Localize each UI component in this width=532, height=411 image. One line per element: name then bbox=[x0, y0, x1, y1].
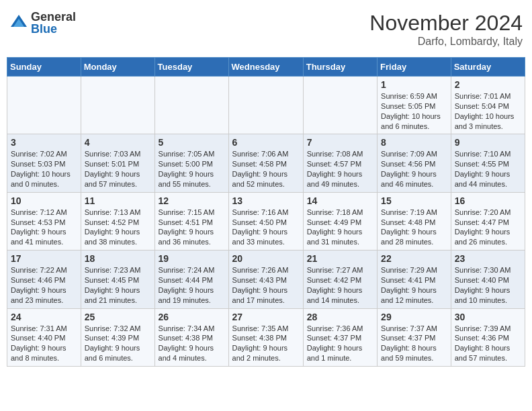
day-info: Sunrise: 7:15 AM Sunset: 4:51 PM Dayligh… bbox=[159, 208, 215, 246]
day-number: 24 bbox=[11, 312, 77, 322]
weekday-header-thursday: Thursday bbox=[303, 58, 377, 77]
day-info: Sunrise: 7:39 AM Sunset: 4:36 PM Dayligh… bbox=[455, 324, 511, 363]
title-area: November 2024 Darfo, Lombardy, Italy bbox=[369, 11, 523, 48]
day-info: Sunrise: 7:05 AM Sunset: 5:00 PM Dayligh… bbox=[159, 150, 215, 188]
day-number: 29 bbox=[381, 312, 447, 322]
day-number: 27 bbox=[232, 312, 300, 322]
calendar-cell: 5Sunrise: 7:05 AM Sunset: 5:00 PM Daylig… bbox=[154, 134, 228, 192]
calendar-cell: 30Sunrise: 7:39 AM Sunset: 4:36 PM Dayli… bbox=[451, 308, 525, 366]
day-number: 23 bbox=[455, 253, 521, 264]
day-number: 15 bbox=[381, 195, 447, 206]
calendar-cell: 14Sunrise: 7:18 AM Sunset: 4:49 PM Dayli… bbox=[303, 192, 377, 250]
day-info: Sunrise: 7:34 AM Sunset: 4:38 PM Dayligh… bbox=[159, 324, 215, 363]
calendar-week-5: 24Sunrise: 7:31 AM Sunset: 4:40 PM Dayli… bbox=[7, 308, 525, 366]
weekday-header-wednesday: Wednesday bbox=[228, 58, 303, 77]
day-number: 7 bbox=[307, 137, 373, 148]
day-number: 25 bbox=[85, 312, 151, 322]
calendar-cell: 18Sunrise: 7:23 AM Sunset: 4:45 PM Dayli… bbox=[81, 250, 154, 308]
day-info: Sunrise: 7:30 AM Sunset: 4:40 PM Dayligh… bbox=[455, 266, 511, 304]
day-info: Sunrise: 7:01 AM Sunset: 5:04 PM Dayligh… bbox=[455, 92, 515, 130]
calendar-cell: 9Sunrise: 7:10 AM Sunset: 4:55 PM Daylig… bbox=[451, 134, 525, 192]
day-number: 28 bbox=[307, 312, 373, 322]
day-number: 22 bbox=[381, 253, 447, 264]
day-info: Sunrise: 7:16 AM Sunset: 4:50 PM Dayligh… bbox=[232, 208, 289, 246]
day-info: Sunrise: 7:27 AM Sunset: 4:42 PM Dayligh… bbox=[307, 266, 363, 304]
day-info: Sunrise: 7:12 AM Sunset: 4:53 PM Dayligh… bbox=[11, 208, 67, 246]
day-number: 8 bbox=[381, 137, 447, 148]
day-number: 21 bbox=[307, 253, 373, 264]
calendar-table: SundayMondayTuesdayWednesdayThursdayFrid… bbox=[7, 57, 525, 367]
logo-general: General bbox=[31, 11, 76, 23]
day-number: 30 bbox=[455, 312, 521, 322]
day-number: 6 bbox=[232, 137, 300, 148]
weekday-header-sunday: Sunday bbox=[7, 58, 81, 77]
weekday-header-friday: Friday bbox=[378, 58, 451, 77]
logo-icon bbox=[9, 13, 28, 32]
day-info: Sunrise: 7:18 AM Sunset: 4:49 PM Dayligh… bbox=[307, 208, 363, 246]
calendar-header: SundayMondayTuesdayWednesdayThursdayFrid… bbox=[7, 58, 525, 77]
day-number: 18 bbox=[85, 253, 151, 264]
weekday-row: SundayMondayTuesdayWednesdayThursdayFrid… bbox=[7, 58, 525, 77]
day-number: 13 bbox=[232, 195, 300, 206]
day-info: Sunrise: 7:09 AM Sunset: 4:56 PM Dayligh… bbox=[381, 150, 437, 188]
calendar-cell: 4Sunrise: 7:03 AM Sunset: 5:01 PM Daylig… bbox=[81, 134, 154, 192]
calendar-cell: 11Sunrise: 7:13 AM Sunset: 4:52 PM Dayli… bbox=[81, 192, 154, 250]
calendar-cell: 6Sunrise: 7:06 AM Sunset: 4:58 PM Daylig… bbox=[228, 134, 303, 192]
calendar-cell: 15Sunrise: 7:19 AM Sunset: 4:48 PM Dayli… bbox=[378, 192, 451, 250]
day-number: 3 bbox=[11, 137, 77, 148]
day-number: 9 bbox=[455, 137, 521, 148]
day-info: Sunrise: 7:26 AM Sunset: 4:43 PM Dayligh… bbox=[232, 266, 289, 304]
location: Darfo, Lombardy, Italy bbox=[369, 36, 523, 48]
day-info: Sunrise: 7:19 AM Sunset: 4:48 PM Dayligh… bbox=[381, 208, 437, 246]
calendar-cell: 3Sunrise: 7:02 AM Sunset: 5:03 PM Daylig… bbox=[7, 134, 81, 192]
calendar-cell bbox=[7, 77, 81, 134]
calendar-cell: 13Sunrise: 7:16 AM Sunset: 4:50 PM Dayli… bbox=[228, 192, 303, 250]
calendar-cell: 26Sunrise: 7:34 AM Sunset: 4:38 PM Dayli… bbox=[154, 308, 228, 366]
calendar-cell: 16Sunrise: 7:20 AM Sunset: 4:47 PM Dayli… bbox=[451, 192, 525, 250]
day-number: 5 bbox=[159, 137, 225, 148]
day-info: Sunrise: 7:06 AM Sunset: 4:58 PM Dayligh… bbox=[232, 150, 289, 188]
logo: General Blue bbox=[9, 11, 76, 35]
calendar-week-1: 1Sunrise: 6:59 AM Sunset: 5:05 PM Daylig… bbox=[7, 77, 525, 134]
calendar-cell: 24Sunrise: 7:31 AM Sunset: 4:40 PM Dayli… bbox=[7, 308, 81, 366]
logo-blue: Blue bbox=[31, 23, 76, 35]
calendar-body: 1Sunrise: 6:59 AM Sunset: 5:05 PM Daylig… bbox=[7, 77, 525, 367]
calendar-cell: 27Sunrise: 7:35 AM Sunset: 4:38 PM Dayli… bbox=[228, 308, 303, 366]
calendar-cell bbox=[228, 77, 303, 134]
day-number: 17 bbox=[11, 253, 77, 264]
calendar-cell bbox=[303, 77, 377, 134]
day-number: 1 bbox=[381, 79, 447, 90]
day-info: Sunrise: 7:37 AM Sunset: 4:37 PM Dayligh… bbox=[381, 324, 437, 363]
calendar-cell: 25Sunrise: 7:32 AM Sunset: 4:39 PM Dayli… bbox=[81, 308, 154, 366]
day-info: Sunrise: 7:08 AM Sunset: 4:57 PM Dayligh… bbox=[307, 150, 363, 188]
month-title: November 2024 bbox=[369, 11, 523, 36]
calendar-cell: 29Sunrise: 7:37 AM Sunset: 4:37 PM Dayli… bbox=[378, 308, 451, 366]
calendar-cell: 2Sunrise: 7:01 AM Sunset: 5:04 PM Daylig… bbox=[451, 77, 525, 134]
day-info: Sunrise: 6:59 AM Sunset: 5:05 PM Dayligh… bbox=[381, 92, 441, 130]
day-number: 16 bbox=[455, 195, 521, 206]
weekday-header-tuesday: Tuesday bbox=[154, 58, 228, 77]
day-number: 26 bbox=[159, 312, 225, 322]
day-number: 4 bbox=[85, 137, 151, 148]
calendar-week-2: 3Sunrise: 7:02 AM Sunset: 5:03 PM Daylig… bbox=[7, 134, 525, 192]
day-info: Sunrise: 7:32 AM Sunset: 4:39 PM Dayligh… bbox=[85, 324, 141, 363]
day-number: 2 bbox=[455, 79, 521, 90]
calendar-week-4: 17Sunrise: 7:22 AM Sunset: 4:46 PM Dayli… bbox=[7, 250, 525, 308]
day-info: Sunrise: 7:23 AM Sunset: 4:45 PM Dayligh… bbox=[85, 266, 141, 304]
calendar-cell bbox=[154, 77, 228, 134]
day-info: Sunrise: 7:02 AM Sunset: 5:03 PM Dayligh… bbox=[11, 150, 71, 188]
day-info: Sunrise: 7:13 AM Sunset: 4:52 PM Dayligh… bbox=[85, 208, 141, 246]
day-number: 12 bbox=[159, 195, 225, 206]
calendar-cell: 20Sunrise: 7:26 AM Sunset: 4:43 PM Dayli… bbox=[228, 250, 303, 308]
logo-text: General Blue bbox=[31, 11, 76, 35]
calendar-cell: 23Sunrise: 7:30 AM Sunset: 4:40 PM Dayli… bbox=[451, 250, 525, 308]
day-info: Sunrise: 7:24 AM Sunset: 4:44 PM Dayligh… bbox=[159, 266, 215, 304]
day-info: Sunrise: 7:22 AM Sunset: 4:46 PM Dayligh… bbox=[11, 266, 67, 304]
calendar-cell: 8Sunrise: 7:09 AM Sunset: 4:56 PM Daylig… bbox=[378, 134, 451, 192]
calendar-cell: 12Sunrise: 7:15 AM Sunset: 4:51 PM Dayli… bbox=[154, 192, 228, 250]
day-number: 11 bbox=[85, 195, 151, 206]
day-info: Sunrise: 7:03 AM Sunset: 5:01 PM Dayligh… bbox=[85, 150, 141, 188]
day-number: 20 bbox=[232, 253, 300, 264]
day-info: Sunrise: 7:10 AM Sunset: 4:55 PM Dayligh… bbox=[455, 150, 511, 188]
day-number: 14 bbox=[307, 195, 373, 206]
